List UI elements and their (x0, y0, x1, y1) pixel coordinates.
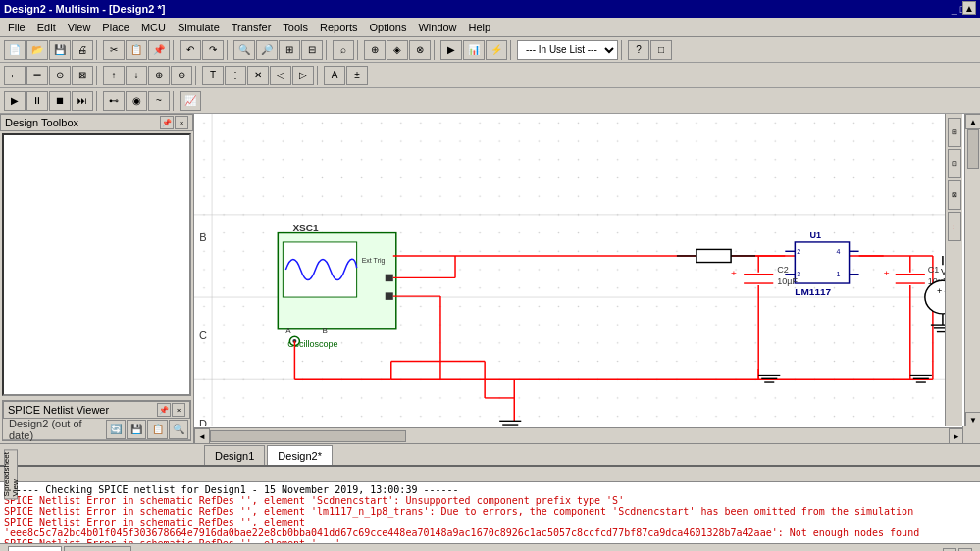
vdd-btn[interactable]: ⊕ (148, 66, 170, 85)
offpage-btn[interactable]: ▷ (292, 66, 314, 85)
save-btn[interactable]: 💾 (49, 40, 71, 60)
menu-view[interactable]: View (62, 20, 97, 35)
scroll-track-h[interactable] (210, 428, 949, 443)
svg-text:+: + (731, 269, 737, 279)
simulation-tab[interactable]: Simulation (64, 546, 131, 552)
bottom-panel-header: Spreadsheet View ▲ (0, 467, 980, 482)
horizontal-scrollbar[interactable]: ◄ ► (194, 427, 964, 443)
zoom-fit-btn[interactable]: ⊟ (301, 40, 323, 60)
svg-text:XSC1: XSC1 (292, 223, 319, 233)
scroll-track-v[interactable] (965, 129, 980, 412)
paste-btn[interactable]: 📌 (148, 40, 170, 60)
scroll-thumb-v[interactable] (967, 129, 979, 169)
print-btn[interactable]: 🖨 (72, 40, 93, 60)
panel-controls: 📌 × (160, 116, 188, 129)
place-text-btn[interactable]: T (202, 66, 224, 85)
right-tool-3[interactable]: ⊠ (948, 180, 961, 210)
sep1 (96, 40, 100, 60)
sep10 (195, 66, 199, 85)
db-btn[interactable]: ⊗ (409, 40, 431, 60)
zoom-out-btn[interactable]: 🔎 (256, 40, 278, 60)
right-tool-1[interactable]: ⊞ (948, 118, 961, 147)
sim-stop-btn[interactable]: ⏹ (49, 91, 71, 111)
tab-design1[interactable]: Design1 (204, 445, 265, 465)
extra-btn[interactable]: □ (650, 40, 672, 60)
schematic[interactable]: B C D (194, 114, 962, 426)
results-tab[interactable]: Results (8, 546, 62, 552)
redo-btn[interactable]: ↷ (202, 40, 224, 60)
menu-help[interactable]: Help (463, 20, 497, 35)
spice-copy-btn[interactable]: 📋 (147, 420, 167, 439)
menu-place[interactable]: Place (96, 20, 135, 35)
scroll-up-btn[interactable]: ▲ (965, 114, 980, 129)
sep6 (434, 40, 438, 60)
log-line-3: SPICE Netlist Error in schematic RefDes … (4, 506, 976, 517)
sim-run-btn[interactable]: ▶ (4, 91, 26, 111)
open-btn[interactable]: 📂 (26, 40, 48, 60)
menu-reports[interactable]: Reports (314, 20, 364, 35)
canvas-area: B C D (194, 114, 980, 443)
indicator-btn[interactable]: ◉ (126, 91, 147, 111)
spice-refresh-btn[interactable]: 🔄 (106, 420, 126, 439)
hb-conn-btn[interactable]: ◁ (270, 66, 291, 85)
tab-design2[interactable]: Design2 * (267, 445, 333, 465)
minimize-btn[interactable]: _ (952, 3, 957, 15)
run-analysis-btn[interactable]: ▶ (440, 40, 462, 60)
probe-btn[interactable]: ⊷ (103, 91, 125, 111)
spice-find-btn[interactable]: 🔍 (169, 420, 188, 439)
scroll-thumb-h[interactable] (210, 430, 406, 442)
scope-btn[interactable]: ~ (148, 91, 170, 111)
menu-mcu[interactable]: MCU (135, 20, 172, 35)
right-tool-2[interactable]: ⊡ (948, 149, 961, 178)
vertical-scrollbar[interactable]: ▲ ▼ (964, 114, 980, 427)
panel-close-btn[interactable]: × (175, 116, 188, 129)
zoom-area-btn[interactable]: ⊞ (279, 40, 300, 60)
wire-btn[interactable]: ⌐ (4, 66, 26, 85)
spice-close-btn[interactable]: × (172, 403, 185, 417)
sim-step-btn[interactable]: ⏭ (72, 91, 93, 111)
menu-transfer[interactable]: Transfer (226, 20, 278, 35)
menu-simulate[interactable]: Simulate (172, 20, 226, 35)
status-left-arrow[interactable]: ◄ (943, 548, 956, 552)
place-btn[interactable]: ◈ (387, 40, 408, 60)
grapher-btn[interactable]: 📊 (463, 40, 485, 60)
menu-options[interactable]: Options (364, 20, 413, 35)
bottom-panel-up-btn[interactable]: ▲ (962, 1, 976, 15)
annotate-btn[interactable]: A (324, 66, 345, 85)
bottom-panel: Spreadsheet View ▲ ------ Checking SPICE… (0, 465, 980, 543)
ground-btn[interactable]: ↓ (126, 66, 147, 85)
tolerance-btn[interactable]: ± (346, 66, 368, 85)
menu-window[interactable]: Window (412, 20, 462, 35)
vcc-btn[interactable]: ↑ (103, 66, 125, 85)
scroll-left-btn[interactable]: ◄ (194, 428, 210, 443)
undo-btn[interactable]: ↶ (180, 40, 201, 60)
component-btn[interactable]: ⊕ (364, 40, 386, 60)
no-conn-btn[interactable]: ✕ (247, 66, 269, 85)
menu-tools[interactable]: Tools (277, 20, 314, 35)
spice-save-btn[interactable]: 💾 (127, 420, 146, 439)
svg-rect-30 (795, 242, 849, 283)
xspice-btn[interactable]: ⚡ (486, 40, 507, 60)
new-btn[interactable]: 📄 (4, 40, 26, 60)
find-btn[interactable]: ⌕ (333, 40, 354, 60)
in-use-list[interactable]: --- In Use List --- (517, 40, 618, 60)
copy-btn[interactable]: 📋 (126, 40, 147, 60)
zoom-in-btn[interactable]: 🔍 (233, 40, 255, 60)
menu-edit[interactable]: Edit (31, 20, 62, 35)
status-right-arrow[interactable]: ► (958, 548, 972, 552)
junction-btn[interactable]: ⊙ (49, 66, 71, 85)
analysis-btn[interactable]: 📈 (180, 91, 201, 111)
spice-toolbar: Design2 (out of date) 🔄 💾 📋 🔍 (3, 419, 190, 440)
spice-pin-btn[interactable]: 📌 (157, 403, 171, 417)
net-btn[interactable]: ⊠ (72, 66, 93, 85)
right-tool-4[interactable]: ! (948, 212, 961, 241)
svg-text:4: 4 (837, 248, 841, 255)
cut-btn[interactable]: ✂ (103, 40, 125, 60)
sim-pause-btn[interactable]: ⏸ (26, 91, 48, 111)
panel-pin-btn[interactable]: 📌 (160, 116, 174, 129)
help-btn[interactable]: ? (628, 40, 649, 60)
place-bus-entry[interactable]: ⋮ (225, 66, 246, 85)
vss-btn[interactable]: ⊖ (171, 66, 192, 85)
bus-btn[interactable]: ═ (26, 66, 48, 85)
menu-file[interactable]: File (2, 20, 31, 35)
